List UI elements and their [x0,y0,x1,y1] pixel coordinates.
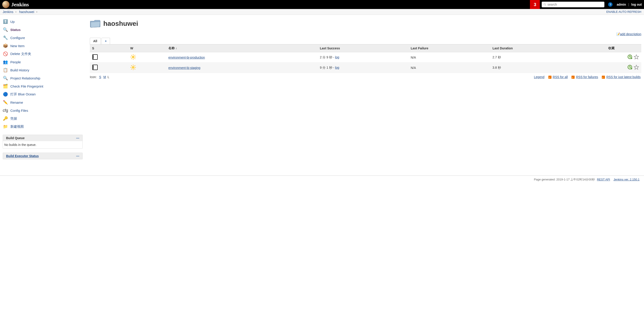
sidebar-item[interactable]: 🔑凭据 [3,114,83,123]
breadcrumb-item[interactable]: haoshuwei [19,10,34,14]
sidebar-item-label[interactable]: Delete 文件夹 [10,52,31,56]
people-icon: 👥 [3,59,8,65]
svg-line-12 [131,55,132,56]
col-weather[interactable]: W [128,44,166,52]
user-link[interactable]: admin [616,3,626,6]
auto-refresh-link[interactable]: ENABLE AUTO REFRESH [606,10,641,13]
view-tabs: All + [90,38,641,44]
sidebar-item-label[interactable]: People [10,60,21,64]
notification-badge[interactable]: 3 [530,0,540,9]
add-description-link[interactable]: add description [620,32,641,36]
log-link[interactable]: log [335,55,339,59]
sidebar-item-label[interactable]: Config Files [10,109,28,112]
generated-text: Page generated: 2019-1-17 上午02时14分00秒 [534,178,595,181]
col-last-duration[interactable]: Last Duration [490,44,582,52]
weather-sunny-icon [130,54,136,60]
sidebar-item-label[interactable]: Rename [10,101,23,104]
collapse-icon[interactable]: — [76,136,79,140]
legend-link[interactable]: Legend [534,75,544,79]
sidebar-item[interactable]: 🚫Delete 文件夹 [3,50,83,58]
rss-all-link[interactable]: RSS for all [553,75,568,79]
sidebar-item-label[interactable]: 打开 Blue Ocean [10,92,36,96]
sidebar-item[interactable]: 👥People [3,58,83,66]
sidebar-item[interactable]: ✏️Rename [3,98,83,106]
sidebar-item-label[interactable]: Build History [10,68,29,72]
sidebar-item-label[interactable]: Project Relationship [10,76,40,80]
sidebar-item-label[interactable]: 新建视图 [10,125,24,129]
col-status[interactable]: S [90,44,128,52]
sidebar-item[interactable]: 📋Build History [3,66,83,74]
search-icon [543,3,546,6]
search-input[interactable] [548,3,603,6]
svg-point-22 [132,66,134,69]
logo[interactable]: Jenkins [2,1,29,8]
sidebar-item-label[interactable]: Status [10,28,21,32]
icon-size-m[interactable]: M [103,75,106,79]
favorite-star-icon[interactable] [634,54,639,60]
folder-icon [90,19,100,28]
sidebar-item[interactable]: cfgConfig Files [3,106,83,114]
rename-icon: ✏️ [3,100,8,105]
col-last-failure[interactable]: Last Failure [408,44,490,52]
svg-point-20 [93,67,94,67]
table-footer: Icon: S M L Legend RSS for all RSS for f… [90,73,641,81]
rest-api-link[interactable]: REST API [597,178,610,181]
sidebar-item[interactable]: 📁新建视图 [3,123,83,131]
job-name-link[interactable]: environment-bj-staging [168,66,200,70]
build-queue-title: Build Queue [6,136,24,140]
jenkins-logo-icon [2,1,10,8]
svg-line-1 [546,5,546,5]
sidebar-item[interactable]: 🔧Configure [3,34,83,42]
sidebar-item-label[interactable]: Up [10,20,14,23]
svg-line-13 [134,58,135,59]
last-failure-text: N/A [408,63,490,73]
brand-text: Jenkins [11,1,29,8]
new-item-icon: 📦 [3,43,8,48]
rss-icon [548,76,552,79]
page-title: haoshuwei [103,20,138,27]
schedule-build-icon[interactable] [628,54,633,60]
favorite-star-icon[interactable] [634,65,639,70]
job-name-link[interactable]: environment-bj-production [168,56,205,59]
log-link[interactable]: log [335,66,339,69]
search-box[interactable] [542,1,604,7]
sidebar-item[interactable]: 🔍Project Relationship [3,74,83,82]
credentials-icon: 🔑 [3,116,8,121]
tab-all[interactable]: All [90,38,100,44]
build-queue-body: No builds in the queue. [3,141,82,148]
last-duration-text: 3.8 秒 [490,63,582,73]
sidebar-item-label[interactable]: 凭据 [10,116,17,121]
rss-latest-link[interactable]: RSS for just latest builds [606,75,641,79]
logout-link[interactable]: log out [631,3,642,6]
edit-icon: 📝 [616,32,620,36]
sidebar-item[interactable]: 🔵打开 Blue Ocean [3,90,83,98]
sidebar-item-label[interactable]: New Item [10,44,24,48]
breadcrumb-item[interactable]: Jenkins [3,10,13,14]
config-files-icon: cfg [3,108,8,113]
build-queue-pane: Build Queue — No builds in the queue. [3,135,83,149]
help-icon[interactable]: ? [608,2,612,7]
jobs-table: S W 名称 ↓ Last Success Last Failure Last … [90,44,641,73]
executor-header: Build Executor Status — [3,153,82,159]
sidebar-item[interactable]: 🔍Status [3,25,83,34]
svg-line-28 [134,69,135,69]
svg-point-0 [544,3,546,5]
icon-size-s[interactable]: S [99,75,101,79]
last-duration-text: 2.7 秒 [490,52,582,63]
col-name[interactable]: 名称 ↓ [166,44,318,52]
schedule-build-icon[interactable] [628,65,633,70]
tab-add-view[interactable]: + [102,38,110,44]
sidebar-item[interactable]: 📦New Item [3,42,83,50]
sidebar-tasks: ⬆️Up🔍Status🔧Configure📦New Item🚫Delete 文件… [3,17,83,131]
sidebar-item-label[interactable]: Configure [10,36,25,40]
collapse-icon[interactable]: — [76,154,79,158]
sidebar-item-label[interactable]: Check File Fingerprint [10,84,43,88]
version-link[interactable]: Jenkins ver. 2.150.1 [614,178,640,181]
col-favorite[interactable]: 收藏 [582,44,641,52]
sidebar-item[interactable]: 🗂️Check File Fingerprint [3,82,83,90]
executor-title[interactable]: Build Executor Status [6,154,38,158]
sidebar-item[interactable]: ⬆️Up [3,17,83,25]
col-last-success[interactable]: Last Success [318,44,408,52]
table-row: environment-bj-production2 分 9 秒 - logN/… [90,52,641,63]
rss-failures-link[interactable]: RSS for failures [576,75,598,79]
